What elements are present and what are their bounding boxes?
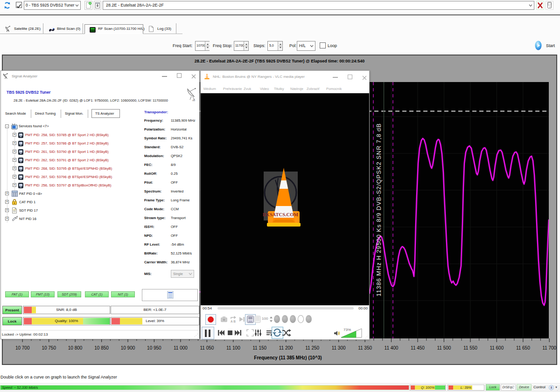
svg-text:11386 MHz H 29500 Ks 8/9 DVB-S: 11386 MHz H 29500 Ks 8/9 DVB-S2/QPSK2 SN… bbox=[375, 123, 382, 296]
svg-text:10 850: 10 850 bbox=[94, 345, 109, 351]
svg-text:11 500: 11 500 bbox=[437, 345, 451, 351]
svg-text:11 650: 11 650 bbox=[516, 345, 530, 351]
svg-text:11 350: 11 350 bbox=[358, 345, 372, 351]
svg-text:10 750: 10 750 bbox=[42, 345, 56, 351]
svg-text:11 600: 11 600 bbox=[490, 345, 504, 351]
svg-text:11 000: 11 000 bbox=[174, 345, 188, 351]
svg-text:11 300: 11 300 bbox=[332, 345, 346, 351]
svg-text:10 900: 10 900 bbox=[121, 345, 135, 351]
svg-text:11 150: 11 150 bbox=[252, 345, 266, 351]
svg-text:dB: dB bbox=[192, 99, 196, 102]
svg-text:11 550: 11 550 bbox=[463, 345, 477, 351]
svg-text:Frequency (11 385 MHz) (10^3): Frequency (11 385 MHz) (10^3) bbox=[254, 355, 322, 360]
svg-text:11 050: 11 050 bbox=[200, 345, 214, 351]
svg-text:A B: A B bbox=[231, 320, 236, 323]
svg-text:10 800: 10 800 bbox=[68, 345, 83, 351]
svg-text:11 400: 11 400 bbox=[385, 345, 399, 351]
svg-text:11 200: 11 200 bbox=[279, 345, 293, 351]
svg-text:11 700: 11 700 bbox=[542, 345, 556, 351]
svg-text:DXSATCS.COM: DXSATCS.COM bbox=[263, 212, 299, 217]
svg-text:11 450: 11 450 bbox=[411, 345, 425, 351]
svg-text:10 700: 10 700 bbox=[15, 345, 30, 351]
svg-text:10 950: 10 950 bbox=[147, 345, 161, 351]
svg-text:11 250: 11 250 bbox=[305, 345, 319, 351]
svg-text:11 100: 11 100 bbox=[226, 345, 240, 351]
